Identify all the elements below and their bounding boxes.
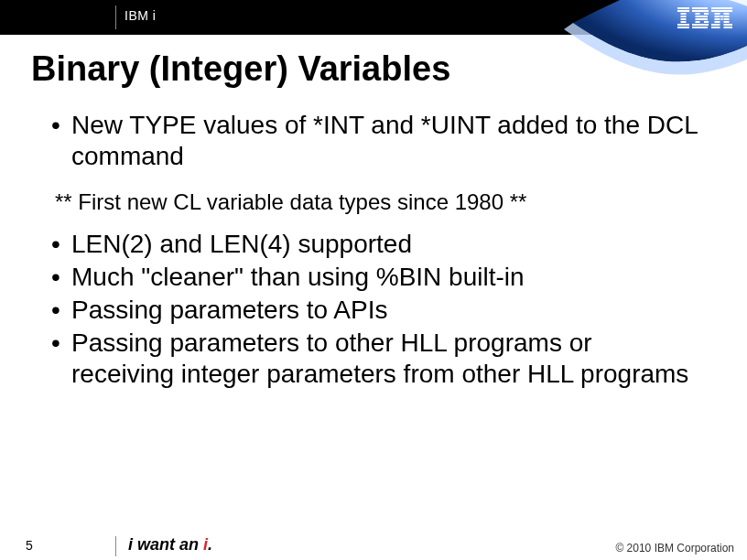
svg-rect-11 bbox=[704, 13, 709, 15]
bullet-dot-icon: • bbox=[51, 229, 71, 260]
svg-rect-31 bbox=[724, 24, 733, 26]
svg-rect-1 bbox=[677, 10, 689, 12]
svg-rect-25 bbox=[715, 18, 720, 20]
svg-rect-0 bbox=[677, 7, 689, 9]
bullet-dot-icon: • bbox=[51, 110, 71, 172]
svg-rect-17 bbox=[692, 27, 708, 28]
slide-body: • New TYPE values of *INT and *UINT adde… bbox=[55, 110, 701, 392]
svg-rect-18 bbox=[711, 7, 732, 9]
slide-title: Binary (Integer) Variables bbox=[31, 49, 450, 89]
page-number: 5 bbox=[26, 538, 33, 553]
svg-rect-6 bbox=[677, 24, 689, 26]
bullet-text: LEN(2) and LEN(4) supported bbox=[71, 229, 701, 260]
footer: 5 i want an i. © 2010 IBM Corporation bbox=[0, 533, 747, 560]
bullet-dot-icon: • bbox=[51, 262, 71, 293]
svg-rect-29 bbox=[724, 21, 730, 23]
svg-rect-19 bbox=[711, 10, 732, 12]
note-text: ** First new CL variable data types sinc… bbox=[55, 188, 701, 215]
svg-rect-2 bbox=[681, 13, 687, 15]
tagline: i want an i. bbox=[128, 535, 212, 555]
header-divider bbox=[115, 5, 116, 29]
bullet-dot-icon: • bbox=[51, 295, 71, 326]
svg-rect-20 bbox=[715, 13, 720, 15]
footer-divider bbox=[115, 536, 116, 556]
copyright: © 2010 IBM Corporation bbox=[615, 542, 734, 555]
svg-rect-16 bbox=[692, 24, 709, 26]
product-label: IBM i bbox=[124, 8, 156, 23]
svg-rect-3 bbox=[681, 16, 687, 17]
svg-rect-4 bbox=[681, 18, 687, 20]
svg-rect-22 bbox=[715, 16, 720, 17]
svg-rect-23 bbox=[724, 16, 730, 17]
svg-rect-28 bbox=[715, 21, 720, 23]
bullet-item: • Much "cleaner" than using %BIN built-i… bbox=[55, 262, 701, 293]
svg-rect-7 bbox=[677, 27, 689, 28]
bullet-text: Passing parameters to APIs bbox=[71, 295, 701, 326]
svg-rect-26 bbox=[724, 18, 730, 20]
svg-rect-21 bbox=[724, 13, 730, 15]
svg-rect-15 bbox=[704, 21, 709, 23]
svg-rect-13 bbox=[696, 18, 709, 20]
bullet-text: Passing parameters to other HLL programs… bbox=[71, 328, 701, 390]
svg-rect-24 bbox=[720, 16, 723, 17]
bullet-item: • Passing parameters to other HLL progra… bbox=[55, 328, 701, 390]
bullet-item: • Passing parameters to APIs bbox=[55, 295, 701, 326]
svg-rect-14 bbox=[696, 21, 700, 23]
svg-rect-5 bbox=[681, 21, 687, 23]
tagline-suffix: . bbox=[208, 535, 212, 554]
bullet-dot-icon: • bbox=[51, 328, 71, 390]
bullet-text: New TYPE values of *INT and *UINT added … bbox=[71, 110, 701, 172]
bullet-item: • New TYPE values of *INT and *UINT adde… bbox=[55, 110, 701, 172]
svg-rect-32 bbox=[711, 27, 720, 28]
ibm-logo-icon bbox=[677, 7, 732, 29]
header-bar: IBM i bbox=[0, 0, 747, 35]
bullet-item: • LEN(2) and LEN(4) supported bbox=[55, 229, 701, 260]
svg-rect-30 bbox=[711, 24, 720, 26]
slide: IBM i bbox=[0, 0, 747, 560]
svg-rect-8 bbox=[692, 7, 708, 9]
svg-rect-9 bbox=[692, 10, 709, 12]
svg-rect-33 bbox=[724, 27, 733, 28]
tagline-prefix: i want an bbox=[128, 535, 203, 554]
svg-rect-10 bbox=[696, 13, 700, 15]
svg-rect-12 bbox=[696, 16, 709, 17]
svg-rect-27 bbox=[721, 18, 723, 20]
bullet-text: Much "cleaner" than using %BIN built-in bbox=[71, 262, 701, 293]
